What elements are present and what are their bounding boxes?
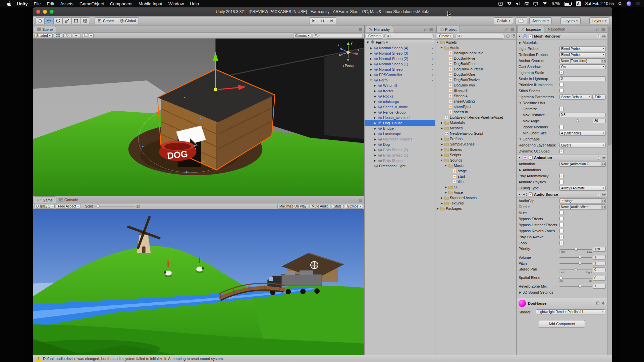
field-reverb-zone-mix[interactable]: 1 <box>593 284 606 289</box>
2d-toggle-button[interactable]: 2D <box>54 34 62 38</box>
project-item[interactable]: DogBarkTwo <box>435 82 516 88</box>
screen-record-icon[interactable] <box>498 2 503 6</box>
field-pitch[interactable]: 1 <box>593 261 606 266</box>
foldout-closed-icon[interactable]: ▶ <box>373 127 377 130</box>
object-field-anchor-override[interactable]: None (Transform) <box>559 58 606 63</box>
tab-project[interactable]: Project <box>436 26 460 33</box>
settings-gear-icon[interactable] <box>602 193 606 196</box>
settings-gear-icon[interactable] <box>602 156 606 160</box>
foldout-closed-icon[interactable]: ▶ <box>369 47 373 50</box>
dropdown-rendering-layer-mask[interactable]: Layer1▾ <box>559 143 606 148</box>
collab-dropdown[interactable]: Collab▾ <box>494 17 513 24</box>
field-max-angle[interactable]: 89 <box>593 119 606 123</box>
foldout-closed-icon[interactable]: ▶ <box>369 68 373 71</box>
project-item[interactable]: ▶Packages <box>435 206 516 211</box>
foldout-open-icon[interactable]: ▼ <box>518 156 521 159</box>
foldout-closed-icon[interactable]: ▶ <box>440 137 443 140</box>
slider-max-angle[interactable] <box>559 119 592 123</box>
dropdown-culling-type[interactable]: Always Animate▾ <box>559 186 606 191</box>
hierarchy-item[interactable]: ▶Normal Sheep (3)› <box>365 51 435 56</box>
object-field-animation[interactable]: None (Animation C <box>559 162 606 167</box>
slider-spatial-blend[interactable]: 2D3D <box>559 276 592 281</box>
tab-navigation[interactable]: Navigation <box>545 26 568 33</box>
field-stereo-pan[interactable]: 0 <box>593 267 606 272</box>
project-item[interactable]: Sheep 4 <box>435 93 516 99</box>
hierarchy-item[interactable]: ▶Normal Sheep (2)› <box>365 56 435 61</box>
project-item[interactable]: ▶Scenes <box>435 147 516 152</box>
mute-audio-button[interactable]: Mute Audio <box>310 204 330 208</box>
lock-icon[interactable] <box>424 27 427 31</box>
project-item[interactable]: ▶Meshes <box>435 125 516 131</box>
foldout-closed-icon[interactable]: ▶ <box>440 202 443 205</box>
project-item[interactable]: DogBarkFive <box>435 56 516 61</box>
status-bar[interactable]: Default audio device was changed, but th… <box>33 355 612 362</box>
foldout-open-icon[interactable]: ▼ <box>440 46 443 49</box>
project-item[interactable]: DogBarkFourteen <box>435 66 516 72</box>
object-picker-icon[interactable] <box>601 59 605 63</box>
space-button[interactable]: Global <box>117 17 139 24</box>
component-header-animation[interactable]: ▼✓Animation <box>517 154 607 161</box>
window-titlebar[interactable]: Unity 2018.3.3f1 - [PREVIEW PACKAGES IN … <box>33 7 612 16</box>
dropdown-reflection-probes[interactable]: Blend Probes▾ <box>559 52 606 57</box>
hierarchy-item[interactable]: ▶Windmill <box>365 83 435 88</box>
create-dropdown[interactable]: Create▾ <box>366 34 383 39</box>
scale-slider[interactable] <box>95 206 135 206</box>
prefab-select-icon[interactable]: › <box>430 67 434 71</box>
display-dropdown[interactable]: Display 1▾ <box>34 204 55 208</box>
prefab-select-icon[interactable]: › <box>430 73 434 77</box>
checkbox-play-automatically[interactable]: ✓ <box>559 174 564 178</box>
foldout-closed-icon[interactable]: ▶ <box>436 207 439 210</box>
foldout-open-icon[interactable]: ▼ <box>444 164 447 167</box>
foldout-closed-icon[interactable]: ▶ <box>373 106 377 109</box>
project-item[interactable]: ▼Sounds <box>435 158 516 163</box>
hierarchy-item[interactable]: ▶Normal Sheep (1)› <box>365 61 435 67</box>
prefab-select-icon[interactable]: › <box>430 62 434 66</box>
move-tool-button[interactable] <box>45 17 54 24</box>
foldout-closed-icon[interactable]: ▶ <box>444 191 447 194</box>
scene-lighting-button[interactable] <box>63 34 71 38</box>
foldout-closed-icon[interactable]: ▶ <box>369 73 373 76</box>
field-spatial-blend[interactable]: 0 <box>593 276 606 281</box>
foldout-closed-icon[interactable]: ▶ <box>369 63 373 66</box>
checkbox-mute[interactable] <box>559 211 564 215</box>
zoom-button[interactable] <box>50 10 54 14</box>
foldout-closed-icon[interactable]: ▶ <box>373 138 377 141</box>
component-header-mesh-renderer[interactable]: ▼✓Mesh Renderer <box>517 33 607 40</box>
foldout-closed-icon[interactable]: ▶ <box>440 148 443 151</box>
project-item[interactable]: ▶Scripts <box>435 152 516 158</box>
dropdown-light-probes[interactable]: Blend Probes▾ <box>559 46 606 51</box>
hierarchy-item[interactable]: Directional Light <box>365 163 435 169</box>
project-item[interactable]: DogBarkFour <box>435 61 516 66</box>
foldout-closed-icon[interactable]: ▶ <box>373 100 377 103</box>
foldout-closed-icon[interactable]: ▶ <box>440 127 443 130</box>
component-header-audio-source[interactable]: ▼✓Audio Source <box>517 191 607 198</box>
pivot-button[interactable]: Center <box>95 17 117 24</box>
project-item[interactable]: ▼Audio <box>435 45 516 50</box>
object-field-audioclip[interactable]: stage <box>559 198 606 203</box>
object-picker-icon[interactable] <box>601 162 605 166</box>
minimize-button[interactable] <box>43 10 47 14</box>
prefab-select-icon[interactable]: › <box>430 78 434 82</box>
foldout-closed-icon[interactable]: ▶ <box>373 122 377 125</box>
game-viewport[interactable] <box>33 209 364 355</box>
foldout-3d-sound-settings[interactable]: ▶3D Sound Settings <box>519 290 553 294</box>
aspect-dropdown[interactable]: Free Aspect▾ <box>56 204 80 208</box>
scene-menu-icon[interactable]: ≡ <box>386 40 388 44</box>
project-item[interactable]: ▶SampleScenes <box>435 141 516 147</box>
scene-gizmos-dropdown[interactable]: Gizmos▾ <box>293 34 311 38</box>
project-item[interactable]: ▶Textures <box>435 200 516 206</box>
checkbox-bypass-listener-effects[interactable] <box>559 223 564 227</box>
field-volume[interactable]: 1 <box>593 255 606 260</box>
foldout-closed-icon[interactable]: ▶ <box>373 143 377 146</box>
hierarchy-item[interactable]: ▼Farm› <box>365 77 435 83</box>
project-item[interactable]: title <box>435 179 516 184</box>
dropbox-icon[interactable] <box>507 2 512 6</box>
panel-menu-icon[interactable] <box>429 28 433 31</box>
slider-pitch[interactable] <box>559 261 592 266</box>
step-button[interactable] <box>327 17 336 24</box>
edit-button[interactable]: Edit... <box>592 95 606 100</box>
persp-label[interactable]: ‹ Persp <box>335 64 362 68</box>
foldout-closed-icon[interactable]: ▶ <box>373 95 377 98</box>
project-item[interactable]: ▶Voice <box>435 190 516 195</box>
transform-tool-button[interactable] <box>81 17 90 24</box>
